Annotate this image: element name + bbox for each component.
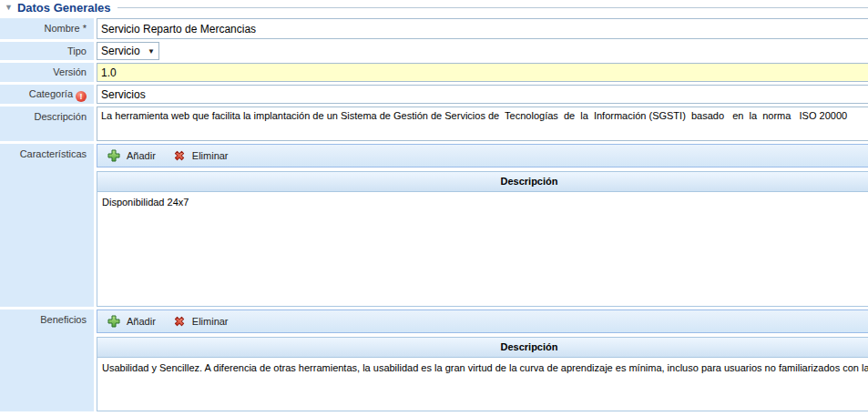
beneficios-toolbar: Añadir Eliminar — [97, 309, 868, 333]
collapse-icon[interactable]: ▼ — [5, 4, 13, 12]
row-nombre: Nombre * — [0, 18, 868, 39]
tipo-select[interactable]: Servicio ▼ — [97, 42, 159, 60]
field-label-nombre: Nombre * — [0, 18, 94, 39]
row-beneficios: Beneficios Añadir Eliminar — [0, 309, 868, 411]
add-icon — [107, 314, 121, 329]
row-categoria: Categoría! — [0, 85, 868, 104]
categoria-input[interactable] — [97, 85, 868, 104]
field-label-descripcion: Descripción — [0, 107, 94, 141]
beneficios-grid-row[interactable]: Usabilidad y Sencillez. A diferencia de … — [97, 358, 868, 378]
row-caracteristicas: Características Añadir Eliminar — [0, 144, 868, 307]
fieldset-title: Datos Generales — [17, 1, 111, 15]
legend-divider — [117, 7, 868, 8]
field-label-tipo: Tipo — [0, 42, 94, 60]
caracteristicas-grid-header[interactable]: Descripción — [97, 172, 868, 192]
nombre-input[interactable] — [97, 18, 868, 39]
delete-icon — [172, 148, 187, 163]
version-input[interactable] — [97, 63, 868, 82]
row-version: Versión — [0, 63, 868, 82]
caracteristicas-toolbar: Añadir Eliminar — [97, 144, 868, 167]
beneficios-delete-button[interactable]: Eliminar — [169, 312, 231, 330]
datos-generales-panel: ▼ Datos Generales Nombre * Tipo Servicio… — [0, 0, 868, 416]
beneficios-grid: Descripción Usabilidad y Sencillez. A di… — [97, 337, 868, 411]
beneficios-grid-header[interactable]: Descripción — [97, 338, 868, 358]
caracteristicas-delete-button[interactable]: Eliminar — [169, 147, 231, 165]
descripcion-textarea[interactable]: La herramienta web que facilita la impla… — [97, 107, 868, 141]
dropdown-arrow-icon: ▼ — [148, 47, 155, 56]
required-alert-icon: ! — [76, 91, 87, 102]
add-icon — [107, 148, 121, 163]
caracteristicas-grid: Descripción Disponibilidad 24x7 — [97, 171, 868, 307]
delete-icon — [172, 314, 187, 329]
field-label-version: Versión — [0, 63, 94, 82]
caracteristicas-add-button[interactable]: Añadir — [104, 147, 158, 165]
fieldset-legend: ▼ Datos Generales — [0, 0, 868, 15]
beneficios-grid-body: Usabilidad y Sencillez. A diferencia de … — [97, 358, 868, 411]
field-label-beneficios: Beneficios — [0, 309, 94, 411]
field-label-categoria: Categoría! — [0, 85, 94, 104]
beneficios-add-button[interactable]: Añadir — [104, 312, 158, 330]
row-tipo: Tipo Servicio ▼ — [0, 42, 868, 60]
caracteristicas-grid-row[interactable]: Disponibilidad 24x7 — [97, 192, 868, 212]
caracteristicas-grid-body: Disponibilidad 24x7 — [97, 192, 868, 306]
row-descripcion: Descripción La herramienta web que facil… — [0, 107, 868, 141]
field-label-caracteristicas: Características — [0, 144, 94, 307]
tipo-select-value: Servicio — [101, 45, 144, 57]
